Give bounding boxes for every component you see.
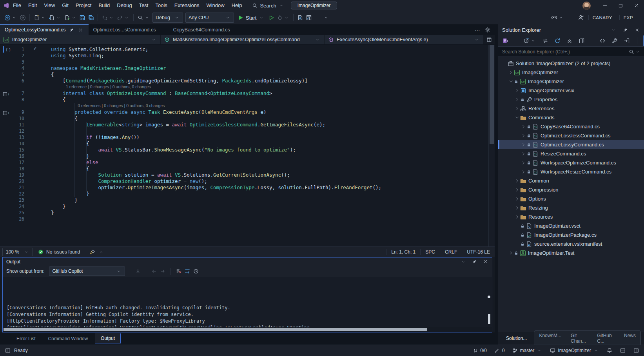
tree-item[interactable]: Common: [498, 176, 644, 185]
indent-mode[interactable]: SPC: [420, 249, 440, 255]
pending-filter-button[interactable]: [522, 36, 537, 46]
code-button[interactable]: [598, 36, 607, 46]
git-sync-status[interactable]: 0/0: [472, 347, 487, 354]
chevron-down-button[interactable]: [322, 13, 330, 23]
tree-item[interactable]: C#ResizeCommand.cs: [498, 149, 644, 158]
line-ending[interactable]: CRLF: [440, 249, 462, 255]
menu-item-debug[interactable]: Debug: [113, 0, 135, 11]
git-branch-picker[interactable]: master: [512, 347, 543, 354]
menu-item-window[interactable]: Window: [203, 0, 228, 11]
find-in-files-button[interactable]: [296, 13, 305, 23]
menu-item-test[interactable]: Test: [136, 0, 152, 11]
chevron-right-icon[interactable]: [520, 142, 526, 147]
tree-item[interactable]: ImageOptimizer.Test: [498, 248, 644, 257]
document-tab[interactable]: CopyBase64Command.cs: [169, 24, 249, 35]
chevron-right-icon[interactable]: [514, 106, 520, 111]
save-button[interactable]: [78, 13, 87, 23]
menu-item-git[interactable]: Git: [58, 0, 72, 11]
chevron-down-icon[interactable]: [508, 79, 514, 84]
split-window-icon[interactable]: [486, 37, 492, 43]
tree-item[interactable]: C#OptimizeLosslessCommand.cs: [498, 131, 644, 140]
panel-tab-command-window[interactable]: Command Window: [43, 334, 93, 343]
tree-item[interactable]: Solution 'ImageOptimizer' (2 of 2 projec…: [498, 59, 644, 68]
menu-item-help[interactable]: Help: [228, 0, 246, 11]
minimize-button[interactable]: [597, 0, 613, 11]
chevron-right-icon[interactable]: [514, 178, 520, 183]
properties-window-button[interactable]: [577, 36, 586, 46]
output-horizontal-scrollbar[interactable]: [3, 327, 492, 332]
chevron-right-icon[interactable]: [514, 97, 520, 102]
chevron-down-icon[interactable]: [460, 259, 466, 265]
chevron-right-icon[interactable]: [520, 160, 526, 165]
close-icon[interactable]: [482, 259, 488, 265]
tree-item[interactable]: Options: [498, 194, 644, 203]
chevron-right-icon[interactable]: [514, 205, 520, 210]
tool-tab-knownm[interactable]: KnownM...: [534, 330, 566, 346]
panel-tab-error-list[interactable]: Error List: [11, 334, 41, 343]
panel-toggle-icon[interactable]: [5, 347, 11, 354]
timestamp-clock-icon[interactable]: [193, 268, 199, 274]
chevron-right-icon[interactable]: [514, 196, 520, 201]
chevron-right-icon[interactable]: [508, 70, 514, 75]
code-cleanup-button[interactable]: [85, 249, 109, 255]
switch-views-button[interactable]: [501, 36, 510, 46]
clear-all-icon[interactable]: [176, 268, 182, 274]
caret-position[interactable]: Ln: 1, Ch: 1: [386, 249, 420, 255]
ellipsis-button[interactable]: [330, 13, 339, 23]
document-tab[interactable]: OptimizeLos...sCommand.cs: [89, 24, 169, 35]
chevron-right-icon[interactable]: [514, 214, 520, 219]
maximize-button[interactable]: [613, 0, 628, 11]
chevron-right-icon[interactable]: [520, 169, 526, 174]
back-button[interactable]: [3, 13, 18, 23]
tab-overflow-icon[interactable]: ⋯: [474, 27, 481, 33]
menu-item-build[interactable]: Build: [95, 0, 113, 11]
tree-item[interactable]: Resources: [498, 212, 644, 221]
tree-item[interactable]: C#WorkspaceOptimizeCommand.cs: [498, 158, 644, 167]
start-button[interactable]: Start: [235, 13, 267, 23]
chevron-right-icon[interactable]: [514, 187, 520, 192]
chevron-right-icon[interactable]: [514, 88, 520, 93]
document-tab[interactable]: OptimizeLossyCommand.cs: [0, 24, 89, 35]
refresh-button[interactable]: [553, 36, 562, 46]
project-dropdown[interactable]: C# ImageOptimizer: [0, 35, 160, 44]
save-all-button[interactable]: [87, 13, 95, 23]
new-file-button[interactable]: [32, 13, 47, 23]
tool-tab-news[interactable]: News: [619, 330, 640, 346]
tree-item[interactable]: Compression: [498, 185, 644, 194]
word-wrap-icon[interactable]: [184, 268, 190, 274]
document-health[interactable]: No issues found: [33, 249, 85, 255]
layout-button-1[interactable]: [620, 347, 626, 354]
open-file-button[interactable]: [47, 13, 63, 23]
tool-tab-gitchan[interactable]: Git Chan...: [566, 330, 592, 346]
output-source-dropdown[interactable]: GitHub Copilot: [49, 267, 125, 276]
encoding[interactable]: UTF-16 LE: [462, 249, 495, 255]
tool-tab-solution[interactable]: Solution...: [501, 333, 532, 343]
codelens-indicator[interactable]: 1 reference | 0 changes | 0 authors, 0 c…: [0, 84, 495, 90]
tree-item[interactable]: Commands: [498, 113, 644, 122]
chevron-right-icon[interactable]: [520, 124, 526, 129]
tree-item[interactable]: C#ImageOptimizer: [498, 68, 644, 77]
collapse-all-button[interactable]: [565, 36, 574, 46]
tree-item[interactable]: C#WorkspaceResizeCommand.cs: [498, 167, 644, 176]
type-dropdown[interactable]: MadsKristensen.ImageOptimizer.OptimizeLo…: [161, 35, 324, 44]
chevron-right-icon[interactable]: [520, 133, 526, 138]
tree-item[interactable]: ImageOptimizer.vsct: [498, 221, 644, 230]
tree-item[interactable]: C#ImageOptimizer: [498, 77, 644, 86]
sync-button[interactable]: [541, 36, 550, 46]
window-layout-button[interactable]: [305, 13, 313, 23]
platform-dropdown[interactable]: Any CPU: [185, 13, 234, 23]
search-button[interactable]: [136, 13, 151, 23]
avatar[interactable]: [582, 2, 591, 10]
previous-message-icon[interactable]: [151, 268, 157, 274]
zoom-dropdown[interactable]: 100 %: [2, 248, 33, 256]
menu-item-edit[interactable]: Edit: [25, 0, 40, 11]
solution-search-input[interactable]: [501, 49, 628, 55]
notifications-bell[interactable]: [606, 347, 613, 354]
chevron-right-icon[interactable]: [508, 250, 514, 256]
menu-item-project[interactable]: Project: [72, 0, 95, 11]
menu-item-tools[interactable]: Tools: [152, 0, 171, 11]
code-editor[interactable]: { }1using System.Collections.Generic;2us…: [0, 45, 495, 246]
chevron-right-icon[interactable]: [520, 151, 526, 156]
repository-picker[interactable]: ImageOptimizer: [550, 347, 599, 354]
panel-splitter[interactable]: [495, 24, 498, 345]
